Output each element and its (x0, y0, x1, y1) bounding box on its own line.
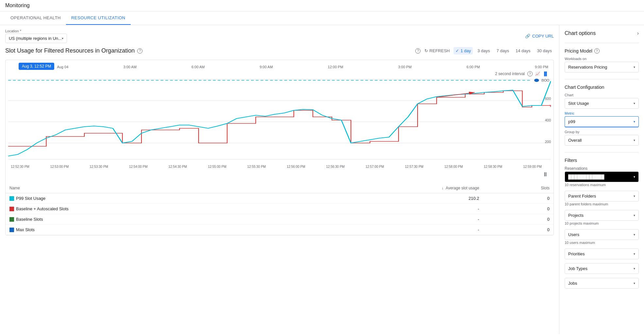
filter-reservations: Reservations ████████████ ▾ 10 reservati… (565, 166, 639, 187)
group-by-chevron-icon: ▾ (634, 138, 635, 142)
pricing-model-section: Pricing Model ? Workloads on Reservation… (565, 48, 639, 72)
x-label-7: 9:00 PM (535, 65, 548, 69)
filter-jobs-select[interactable]: Jobs ▾ (565, 278, 639, 289)
date-badge: Aug 3, 12:52 PM (19, 63, 54, 70)
sort-icon: ↓ (441, 186, 443, 190)
time-label-2: 12:53:30 PM (90, 165, 108, 168)
filter-priorities-label: Priorities (568, 251, 585, 256)
filters-title: Filters (565, 158, 639, 163)
chart-title-help-icon[interactable]: ? (137, 48, 142, 54)
bar-chart-icon[interactable]: ▐▌ (543, 72, 548, 76)
row-slots-1: 0 (483, 204, 553, 214)
users-chevron-icon: ▾ (634, 233, 635, 236)
row-avg-0: 210.2 (290, 193, 483, 204)
time-1day-button[interactable]: ✓ 1 day (454, 47, 473, 55)
filter-reservations-select[interactable]: ████████████ ▾ (565, 171, 639, 182)
y-label-600: 600 (541, 97, 551, 101)
line-chart-icon[interactable]: 📈 (535, 72, 540, 76)
chart-svg: 800 ★ (8, 78, 551, 163)
filter-reservations-label: Reservations (565, 166, 639, 171)
chart-svg-container: 800 ★ (8, 78, 551, 164)
chart-title-text: Slot Usage for Filtered Resources in Org… (5, 47, 135, 54)
group-by-select[interactable]: Overall ▾ (565, 135, 639, 146)
time-label-3: 12:54:00 PM (129, 165, 148, 168)
tab-resource-utilization[interactable]: RESOURCE UTILIZATION (66, 11, 131, 25)
filter-priorities: Priorities ▾ (565, 248, 639, 259)
pricing-model-title: Pricing Model ? (565, 48, 639, 54)
copy-url-button[interactable]: 🔗 COPY URL (525, 34, 554, 39)
chart-select[interactable]: Slot Usage ▾ (565, 98, 639, 109)
col-slots: Slots (483, 183, 553, 193)
time-label-4: 12:54:30 PM (169, 165, 187, 168)
filter-job-types: Job Types ▾ (565, 263, 639, 274)
filter-jobs-label: Jobs (568, 281, 577, 286)
workloads-select[interactable]: Reservations Pricing ▾ (565, 62, 639, 72)
chart-controls: ? ↻ REFRESH ✓ 1 day 3 days 7 days 14 day… (415, 47, 554, 55)
time-30days-button[interactable]: 30 days (535, 47, 554, 55)
time-3days-button[interactable]: 3 days (475, 47, 492, 55)
chart-title-row: Slot Usage for Filtered Resources in Org… (5, 47, 554, 55)
workloads-label: Workloads on (565, 57, 639, 61)
time-label-12: 12:58:30 PM (484, 165, 503, 168)
color-dot-0 (9, 196, 14, 201)
svg-point-6 (534, 79, 539, 82)
interval-label: 2 second interval (495, 72, 525, 76)
chart-footer-controls: ⏸ (6, 171, 553, 181)
group-by-label: Group by (565, 130, 639, 134)
y-label-200: 200 (541, 140, 551, 144)
filter-jobs: Jobs ▾ (565, 278, 639, 289)
table-row: Max Slots - 0 (6, 225, 553, 235)
x-label-0: Aug 04 (57, 65, 68, 69)
time-label-5: 12:55:00 PM (208, 165, 226, 168)
color-dot-1 (9, 207, 14, 211)
time-label-13: 12:59:00 PM (523, 165, 542, 168)
filter-parent-folders: Parent Folders ▾ 10 parent folders maxim… (565, 191, 639, 206)
filter-reservations-value: ████████████ (568, 174, 604, 179)
filter-parent-folders-select[interactable]: Parent Folders ▾ (565, 191, 639, 201)
time-label-9: 12:57:00 PM (366, 165, 384, 168)
location-select-box[interactable]: US (multiple regions in Un... ▾ (5, 34, 67, 43)
time-options: ✓ 1 day 3 days 7 days 14 days 30 days (454, 47, 554, 55)
time-label-10: 12:57:30 PM (405, 165, 423, 168)
x-label-5: 3:00 PM (398, 65, 412, 69)
filter-users-note: 10 users maximum (565, 241, 639, 245)
col-name: Name (6, 183, 290, 193)
controls-help-icon[interactable]: ? (415, 48, 421, 54)
y-label-400: 400 (541, 118, 551, 122)
chart-config-title: Chart Configuration (565, 85, 639, 90)
col-avg: ↓ Average slot usage (290, 183, 483, 193)
filter-parent-folders-note: 10 parent folders maximum (565, 202, 639, 206)
checkmark-icon: ✓ (455, 48, 459, 53)
metric-value: p99 (568, 119, 575, 124)
right-panel: Chart options › Pricing Model ? Workload… (559, 25, 644, 334)
filter-users-select[interactable]: Users ▾ (565, 229, 639, 240)
x-label-1: 3:00 AM (124, 65, 137, 69)
pause-icon[interactable]: ⏸ (542, 171, 548, 178)
top-axis-area: Aug 3, 12:52 PM Aug 04 3:00 AM 6:00 AM 9… (6, 60, 553, 70)
filter-projects-note: 10 projects maximum (565, 221, 639, 225)
main-content: Location * US (multiple regions in Un...… (0, 25, 644, 334)
filter-users: Users ▾ 10 users maximum (565, 229, 639, 245)
panel-close-icon[interactable]: › (637, 30, 639, 36)
metric-select[interactable]: p99 ▾ (565, 116, 639, 127)
filter-users-label: Users (568, 232, 579, 237)
filter-projects-select[interactable]: Projects ▾ (565, 210, 639, 221)
refresh-button[interactable]: ↻ REFRESH (424, 48, 450, 53)
interval-help-icon[interactable]: ? (527, 71, 533, 76)
filter-job-types-select[interactable]: Job Types ▾ (565, 263, 639, 274)
pricing-model-help-icon[interactable]: ? (594, 48, 600, 54)
y-axis-labels: 600 400 200 (541, 78, 551, 163)
time-label-7: 12:56:00 PM (287, 165, 305, 168)
time-14days-button[interactable]: 14 days (514, 47, 533, 55)
app-header: Monitoring (0, 0, 644, 11)
row-avg-1: - (290, 204, 483, 214)
filter-priorities-select[interactable]: Priorities ▾ (565, 248, 639, 259)
x-label-3: 9:00 AM (260, 65, 273, 69)
parent-folders-chevron-icon: ▾ (634, 194, 635, 198)
location-chevron-icon: ▾ (62, 37, 63, 40)
jobs-chevron-icon: ▾ (634, 281, 635, 285)
divider-3 (565, 152, 639, 152)
row-name-3: Max Slots (9, 227, 286, 232)
tab-operational-health[interactable]: OPERATIONAL HEALTH (5, 11, 66, 25)
time-7days-button[interactable]: 7 days (495, 47, 511, 55)
